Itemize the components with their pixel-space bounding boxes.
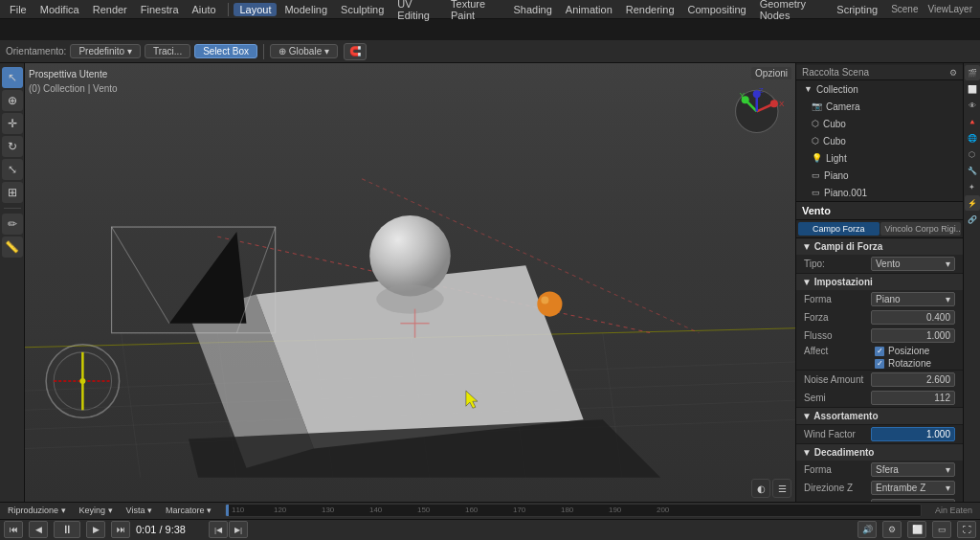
next-frame-btn[interactable]: ▶ <box>86 521 105 538</box>
tipo-dropdown[interactable]: Vento ▾ <box>871 257 955 271</box>
scale-tool[interactable]: ⤡ <box>2 159 23 180</box>
posizione-cb[interactable]: ✓ <box>875 347 884 356</box>
tab-campo-forza[interactable]: Campo Forza <box>798 222 880 236</box>
tl-tab-keying[interactable]: Keying ▾ <box>76 505 117 516</box>
scene-item-piano[interactable]: ▭ Piano <box>796 167 963 184</box>
scene-item-collection[interactable]: ▼ Collection <box>796 80 963 98</box>
tl-tab-riproduzione[interactable]: Riproduzione ▾ <box>4 505 70 516</box>
layout-btn[interactable]: ▭ <box>932 521 951 538</box>
prop-icon-object[interactable]: ⬡ <box>965 146 980 162</box>
prop-icon-particles[interactable]: ✦ <box>965 179 980 194</box>
menu-finestra[interactable]: Finestra <box>135 3 185 16</box>
prop-icon-render[interactable]: 🎬 <box>965 65 980 80</box>
annotate-tool[interactable]: ✏ <box>2 214 23 235</box>
scene-item-cubo2[interactable]: ⬡ Cubo <box>796 132 963 149</box>
window-btn[interactable]: ⬜ <box>907 521 926 538</box>
prop-icon-output[interactable]: ⬜ <box>965 81 980 97</box>
prop-icon-constraints[interactable]: 🔗 <box>965 212 980 227</box>
wind-value[interactable]: 1.000 <box>871 427 955 441</box>
forma-dropdown[interactable]: Piano ▾ <box>871 292 955 306</box>
ws-shading[interactable]: Shading <box>507 3 557 16</box>
scene-item-light[interactable]: 💡 Light <box>796 149 963 167</box>
prev-frame-btn[interactable]: ◀ <box>29 521 48 538</box>
traci-btn[interactable]: Traci... <box>145 44 190 58</box>
3d-viewport[interactable]: Prospettiva Utente (0) Collection | Vent… <box>25 63 795 502</box>
menu-modifica[interactable]: Modifica <box>34 3 85 16</box>
skip-start-btn[interactable]: ⏮ <box>4 521 23 538</box>
select-box-btn[interactable]: Select Box <box>194 44 257 58</box>
ws-texture-paint[interactable]: Texture Paint <box>445 0 505 22</box>
ws-layout[interactable]: Layout <box>234 3 277 16</box>
tipo-label: Tipo: <box>804 259 871 269</box>
viewport-overlay-btn[interactable]: ☰ <box>772 479 791 498</box>
menu-render[interactable]: Render <box>87 3 133 16</box>
settings-btn[interactable]: ⚙ <box>882 521 902 538</box>
menu-file[interactable]: File <box>4 3 33 16</box>
ws-uv-editing[interactable]: UV Editing <box>391 0 443 22</box>
section-assortamento: ▼ Assortamento <box>796 408 963 425</box>
predefined-btn[interactable]: Predefinito ▾ <box>70 44 141 58</box>
options-btn[interactable]: Opzioni <box>751 67 791 79</box>
frame-num-190: 190 <box>609 506 621 514</box>
tab-vincolo[interactable]: Vincolo Corpo Rigi... <box>880 222 962 236</box>
tl-tab-vista[interactable]: Vista ▾ <box>122 505 156 516</box>
prop-icon-scene[interactable]: 🔺 <box>965 114 980 129</box>
d-dir-chevron: ▾ <box>946 483 950 493</box>
transform-tool[interactable]: ⊞ <box>2 182 23 203</box>
d-forma-dropdown[interactable]: Sfera ▾ <box>871 462 955 477</box>
decadimento-header[interactable]: ▼ Decadimento <box>796 444 963 461</box>
move-tool[interactable]: ✛ <box>2 113 23 134</box>
play-pause-btn[interactable]: ⏸ <box>54 521 80 538</box>
timeline: Riproduzione ▾ Keying ▾ Vista ▾ Marcator… <box>0 502 980 540</box>
d-dir-dropdown[interactable]: Entrambe Z ▾ <box>871 481 955 495</box>
tl-tab-marcatore[interactable]: Marcatore ▾ <box>162 505 215 516</box>
scene-filter-icon[interactable]: ⚙ <box>949 68 957 78</box>
measure-tool[interactable]: 📏 <box>2 236 23 258</box>
ws-rendering[interactable]: Rendering <box>620 3 680 16</box>
ws-scripting[interactable]: Scripting <box>831 3 883 16</box>
assortamento-header[interactable]: ▼ Assortamento <box>796 408 963 424</box>
prop-icon-modifier[interactable]: 🔧 <box>965 163 980 178</box>
section-rumore: Noise Amount 2.600 Semi 112 <box>796 371 963 408</box>
speaker-btn[interactable]: 🔊 <box>858 521 877 538</box>
menu-aiuto[interactable]: Aiuto <box>187 3 222 16</box>
rotate-tool[interactable]: ↻ <box>2 136 23 157</box>
scene-item-camera[interactable]: 📷 Camera <box>796 98 963 115</box>
global-btn[interactable]: ⊕ Globale ▾ <box>270 44 338 58</box>
camera-icon: 📷 <box>812 101 822 111</box>
select-tool[interactable]: ↖ <box>2 67 23 88</box>
frame-strip[interactable]: 110 120 130 140 150 160 170 180 190 200 <box>225 504 922 517</box>
start-frame-btn[interactable]: |◀ <box>209 521 228 538</box>
section-impostazioni: ▼ Impostazioni Forma Piano ▾ Forza 0.400… <box>796 274 963 371</box>
semi-value[interactable]: 112 <box>871 391 955 405</box>
impostazioni-header[interactable]: ▼ Impostazioni <box>796 274 963 290</box>
scene-item-piano001[interactable]: ▭ Piano.001 <box>796 184 963 201</box>
scene-item-cubo1[interactable]: ⬡ Cubo <box>796 115 963 132</box>
section-campi-di-forza: ▼ Campi di Forza Tipo: Vento ▾ <box>796 238 963 274</box>
ws-modeling[interactable]: Modeling <box>278 3 333 16</box>
flusso-value[interactable]: 1.000 <box>871 328 955 343</box>
ws-animation[interactable]: Animation <box>560 3 618 16</box>
viewport-shading-btn[interactable]: ◐ <box>751 479 770 498</box>
prop-icon-physics[interactable]: ⚡ <box>965 195 980 211</box>
piano001-icon: ▭ <box>812 188 820 197</box>
forza-value[interactable]: 0.400 <box>871 310 955 325</box>
cursor-tool[interactable]: ⊕ <box>2 90 23 111</box>
ws-compositing[interactable]: Compositing <box>682 3 752 16</box>
ws-geometry-nodes[interactable]: Geometry Nodes <box>754 0 830 22</box>
end-frame-btn[interactable]: ▶| <box>229 521 248 538</box>
skip-end-btn[interactable]: ⏭ <box>111 521 130 538</box>
prop-icon-world[interactable]: 🌐 <box>965 130 980 146</box>
collection-label: Collection <box>816 84 858 95</box>
orientation-label: Orientamento: <box>6 46 66 56</box>
forma-label: Forma <box>804 294 871 304</box>
prop-icon-view[interactable]: 👁 <box>965 98 980 113</box>
rotazione-cb[interactable]: ✓ <box>875 359 884 369</box>
ws-sculpting[interactable]: Sculpting <box>335 3 390 16</box>
fullscreen-btn[interactable]: ⛶ <box>957 521 976 538</box>
magnet-btn[interactable]: 🧲 <box>344 43 367 60</box>
noise-value[interactable]: 2.600 <box>871 372 955 387</box>
wind-label: Wind Factor <box>804 429 871 439</box>
campi-header[interactable]: ▼ Campi di Forza <box>796 238 963 255</box>
forza-row: Forza 0.400 <box>796 308 963 326</box>
